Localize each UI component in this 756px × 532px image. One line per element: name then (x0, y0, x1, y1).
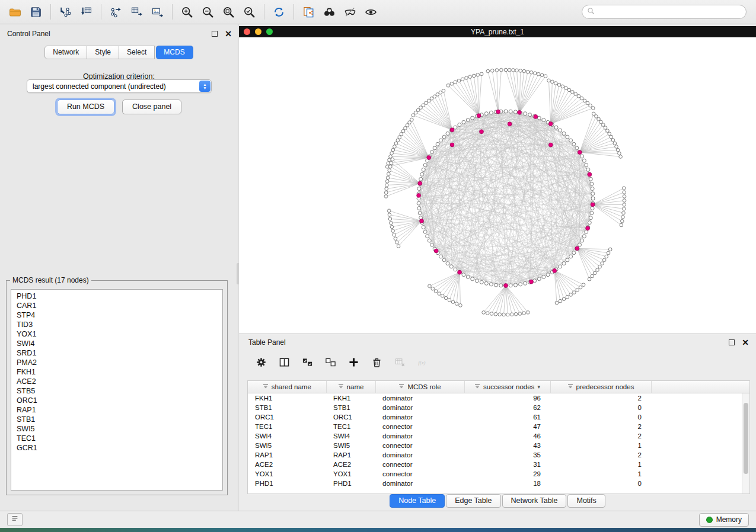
copy-network-view-button[interactable] (298, 3, 319, 21)
column-header-MCDS-role[interactable]: MCDS role (375, 381, 464, 393)
export-image-button[interactable] (147, 3, 168, 21)
select-all-rows-button[interactable] (298, 354, 316, 370)
mcds-result-item[interactable]: TID3 (17, 320, 217, 329)
criterion-select[interactable]: largest connected component (undirected)… (27, 79, 212, 93)
refresh-layout-button[interactable] (269, 3, 289, 21)
column-sort-icon (338, 383, 344, 390)
column-header-name[interactable]: name (326, 381, 375, 393)
zoom-fit-button[interactable] (218, 3, 239, 21)
cell: ACE2 (248, 460, 326, 469)
mcds-result-item[interactable]: ORC1 (17, 396, 217, 405)
control-panel-header: Control Panel ✕ (0, 24, 238, 41)
first-neighbors-button[interactable] (319, 3, 340, 21)
tab-style[interactable]: Style (87, 46, 119, 59)
tab-mcds[interactable]: MCDS (156, 46, 193, 59)
search-box[interactable] (582, 5, 747, 19)
table-row[interactable]: ACE2ACE2connector311 (248, 460, 749, 469)
save-session-button[interactable] (25, 3, 46, 21)
cell: connector (375, 469, 464, 479)
mcds-result-item[interactable]: SWI4 (17, 339, 217, 348)
cell: connector (375, 441, 464, 450)
mcds-result-item[interactable]: CAR1 (17, 301, 217, 310)
deselect-all-rows-button[interactable] (321, 354, 339, 370)
criterion-select-value: largest connected component (undirected) (33, 82, 166, 91)
mcds-result-item[interactable]: TEC1 (17, 434, 217, 443)
table-scrollbar-thumb[interactable] (744, 403, 748, 474)
memory-button[interactable]: Memory (699, 513, 749, 527)
add-column-button[interactable] (344, 354, 362, 370)
table-row[interactable]: TEC1TEC1connector472 (248, 422, 749, 431)
select-stepper-icon: ▲▼ (199, 81, 210, 92)
close-panel-button[interactable]: Close panel (122, 100, 181, 114)
open-session-button[interactable] (5, 3, 25, 21)
network-window-titlebar: YPA_prune.txt_1 (239, 26, 756, 37)
table-row[interactable]: STB1STB1dominator620 (248, 403, 749, 412)
mcds-result-item[interactable]: STB1 (17, 415, 217, 424)
node-table: shared namenameMCDS rolesuccessor nodes▾… (248, 381, 750, 488)
search-icon (587, 7, 595, 17)
mcds-result-list[interactable]: PHD1CAR1STP4TID3YOX1SWI4SRD1PMA2FKH1ACE2… (11, 289, 223, 491)
table-row[interactable]: ORC1ORC1dominator610 (248, 412, 749, 422)
column-header-predecessor-nodes[interactable]: predecessor nodes (550, 381, 651, 393)
export-network-button[interactable] (106, 3, 126, 21)
delete-column-button[interactable] (368, 354, 385, 370)
table-row[interactable]: PHD1PHD1dominator180 (248, 479, 749, 488)
column-header-successor-nodes[interactable]: successor nodes▾ (464, 381, 550, 393)
import-network-button[interactable] (55, 3, 76, 21)
close-panel-icon[interactable]: ✕ (225, 31, 232, 37)
mcds-result-item[interactable]: YOX1 (17, 329, 217, 339)
task-history-button[interactable] (7, 513, 23, 526)
table-row[interactable]: SWI5SWI5connector431 (248, 441, 749, 450)
float-panel-icon[interactable] (212, 31, 218, 37)
cell: SWI5 (248, 441, 326, 450)
table-row[interactable]: RAP1RAP1dominator352 (248, 450, 749, 460)
mcds-result-title: MCDS result (17 nodes) (10, 276, 91, 284)
mcds-result-item[interactable]: PHD1 (17, 291, 217, 301)
search-input[interactable] (595, 6, 746, 18)
column-header-shared-name[interactable]: shared name (248, 381, 326, 393)
tab-motifs[interactable]: Motifs (567, 494, 605, 508)
hide-graphics-details-button[interactable] (340, 3, 361, 21)
cell: dominator (375, 403, 464, 412)
toolbar-separator (264, 4, 264, 20)
mcds-result-item[interactable]: SRD1 (17, 348, 217, 358)
mcds-result-item[interactable]: RAP1 (17, 405, 217, 415)
table-row[interactable]: YOX1YOX1connector291 (248, 469, 749, 479)
mcds-result-item[interactable]: PMA2 (17, 358, 217, 367)
show-graphics-details-button[interactable] (361, 3, 381, 21)
network-canvas[interactable] (239, 37, 756, 334)
table-row[interactable]: SWI4SWI4dominator462 (248, 431, 749, 441)
mcds-result-item[interactable]: GCR1 (17, 443, 217, 453)
mcds-result-item[interactable]: FKH1 (17, 367, 217, 377)
mcds-result-item[interactable]: SWI5 (17, 424, 217, 434)
tab-edge-table[interactable]: Edge Table (446, 494, 500, 508)
float-table-panel-icon[interactable] (729, 339, 735, 345)
table-settings-button[interactable] (252, 354, 270, 370)
zoom-selected-button[interactable] (239, 3, 260, 21)
cell: 1 (550, 441, 651, 450)
svg-text:f(x): f(x) (418, 359, 425, 365)
tab-node-table[interactable]: Node Table (390, 494, 445, 508)
tab-network-table[interactable]: Network Table (502, 494, 567, 508)
network-graph[interactable] (239, 37, 756, 334)
cell: SWI4 (248, 431, 326, 441)
table-scrollbar[interactable] (742, 393, 749, 493)
cell: 0 (550, 412, 651, 422)
cell: 62 (464, 403, 550, 412)
run-mcds-button[interactable]: Run MCDS (57, 100, 114, 114)
close-table-panel-icon[interactable]: ✕ (742, 339, 749, 345)
export-table-button[interactable] (126, 3, 147, 21)
mcds-result-item[interactable]: STB5 (17, 386, 217, 396)
network-window-title: YPA_prune.txt_1 (239, 28, 756, 36)
mcds-result-item[interactable]: STP4 (17, 310, 217, 320)
table-row[interactable]: FKH1FKH1dominator962 (248, 393, 749, 403)
column-sort-icon (398, 383, 404, 390)
mcds-result-item[interactable]: ACE2 (17, 377, 217, 386)
import-table-button[interactable] (76, 3, 97, 21)
tab-select[interactable]: Select (119, 46, 155, 59)
zoom-in-button[interactable] (177, 3, 197, 21)
zoom-out-button[interactable] (197, 3, 218, 21)
toggle-columns-button[interactable] (275, 354, 293, 370)
tab-network[interactable]: Network (44, 46, 87, 59)
cell: FKH1 (326, 393, 375, 403)
